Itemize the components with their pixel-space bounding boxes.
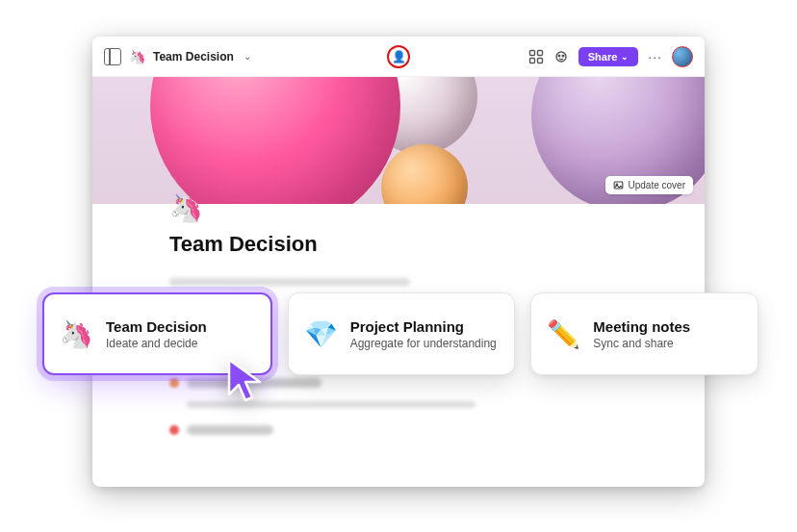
svg-point-5: [558, 55, 560, 57]
template-card-meeting-notes[interactable]: ✏️ Meeting notes Sync and share: [530, 292, 758, 375]
topbar-center: 👤: [387, 45, 410, 68]
svg-rect-0: [529, 50, 534, 55]
svg-rect-2: [529, 58, 534, 63]
share-button[interactable]: Share ⌄: [578, 47, 639, 66]
page-emoji[interactable]: 🦄: [169, 192, 203, 224]
template-cards-row: 🦄 Team Decision Ideate and decide 💎 Proj…: [42, 292, 758, 375]
app-window: 🦄 Team Decision ⌄ 👤 Share ⌄: [92, 37, 705, 487]
share-button-label: Share: [588, 51, 618, 63]
template-card-title: Project Planning: [350, 318, 497, 335]
template-card-subtitle: Ideate and decide: [106, 337, 207, 350]
bullet-icon: [169, 425, 179, 435]
svg-rect-1: [537, 50, 542, 55]
topbar-left: 🦄 Team Decision ⌄: [104, 48, 251, 65]
blurred-heading-row: [169, 425, 628, 435]
blurred-heading: [187, 425, 273, 435]
blurred-text-line: [169, 278, 410, 286]
sidebar-toggle-icon[interactable]: [104, 48, 121, 65]
template-card-title: Team Decision: [106, 318, 207, 335]
chevron-down-icon[interactable]: ⌄: [244, 51, 251, 62]
image-icon: [613, 180, 624, 190]
template-card-title: Meeting notes: [593, 318, 690, 335]
svg-rect-3: [537, 58, 542, 63]
cover-sphere: [381, 144, 468, 204]
cover-sphere: [150, 77, 400, 204]
assistant-icon[interactable]: [553, 49, 569, 64]
app-badge-icon[interactable]: 👤: [387, 45, 410, 68]
template-card-subtitle: Sync and share: [593, 337, 690, 350]
breadcrumb-emoji: 🦄: [129, 49, 145, 64]
user-avatar[interactable]: [672, 46, 693, 67]
breadcrumb-title[interactable]: Team Decision: [153, 50, 234, 63]
update-cover-button[interactable]: Update cover: [605, 176, 693, 194]
template-card-project-planning[interactable]: 💎 Project Planning Aggregate for underst…: [288, 292, 516, 375]
grid-icon[interactable]: [528, 49, 544, 64]
cover-image: Update cover: [92, 77, 705, 204]
topbar: 🦄 Team Decision ⌄ 👤 Share ⌄: [92, 37, 705, 77]
template-card-emoji: 💎: [304, 318, 337, 350]
more-menu-button[interactable]: ···: [648, 49, 662, 64]
bullet-icon: [169, 378, 179, 388]
page-title: Team Decision: [169, 232, 628, 257]
update-cover-label: Update cover: [629, 180, 685, 190]
template-card-subtitle: Aggregate for understanding: [350, 337, 497, 350]
template-card-emoji: 🦄: [60, 318, 92, 350]
template-card-emoji: ✏️: [547, 318, 579, 350]
cursor-pointer-icon: [223, 356, 266, 408]
chevron-down-icon: ⌄: [621, 52, 629, 62]
svg-point-6: [562, 55, 564, 57]
svg-rect-7: [614, 182, 623, 189]
topbar-right: Share ⌄ ···: [528, 46, 693, 67]
